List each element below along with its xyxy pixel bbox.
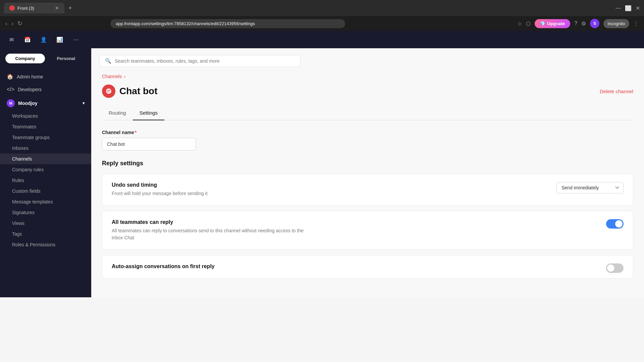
search-input-wrap: 🔍 (99, 55, 301, 67)
auto-assign-card: Auto-assign conversations on first reply (102, 255, 633, 279)
undo-send-control: Send immediately 5 seconds 10 seconds 20… (556, 182, 624, 193)
chevron-down-icon: ▾ (83, 101, 85, 106)
menu-icon[interactable]: ⋮ (633, 20, 639, 27)
moodjoy-avatar: M (7, 99, 15, 107)
sidebar-item-teammate-groups[interactable]: Teammate groups (0, 132, 91, 143)
avatar[interactable]: S (590, 19, 599, 28)
settings-icon[interactable]: ⚙ (581, 20, 586, 27)
search-bar: 🔍 (91, 48, 644, 74)
all-teammates-card: All teammates can reply All teammates ca… (102, 211, 633, 250)
page-title: Chat bot (119, 86, 158, 97)
auto-assign-title: Auto-assign conversations on first reply (112, 263, 598, 269)
code-icon: </> (7, 86, 14, 93)
app-toolbar: ✉ 📅 👤 📊 ⋯ (0, 31, 644, 48)
all-teammates-control[interactable] (606, 219, 624, 229)
upgrade-button[interactable]: 💎 Upgrade (535, 19, 571, 28)
tab-favicon (9, 5, 15, 11)
auto-assign-control[interactable] (606, 263, 624, 273)
personal-button[interactable]: Personal (46, 54, 86, 63)
upgrade-gem-icon: 💎 (540, 21, 545, 26)
sidebar-item-custom-fields[interactable]: Custom fields (0, 186, 91, 196)
search-icon: 🔍 (105, 58, 111, 64)
sidebar-item-admin-home[interactable]: 🏠 Admin home (0, 70, 91, 83)
analytics-icon[interactable]: 📊 (55, 35, 64, 44)
channel-name-input[interactable] (102, 138, 196, 150)
sidebar-item-company-rules[interactable]: Company rules (0, 164, 91, 175)
sidebar-item-message-templates[interactable]: Message templates (0, 196, 91, 207)
address-icons: ☆ ⬡ 💎 Upgrade ? ⚙ S Incognito ⋮ (517, 19, 639, 28)
close-icon[interactable]: ✕ (636, 5, 640, 11)
url-input[interactable] (110, 19, 345, 28)
tab-routing[interactable]: Routing (102, 106, 133, 120)
tab-close-button[interactable]: ✕ (55, 5, 59, 11)
sidebar-item-teammates[interactable]: Teammates (0, 121, 91, 132)
search-input[interactable] (115, 58, 295, 64)
new-tab-button[interactable]: + (68, 5, 72, 12)
channel-name-field: Channel name* (102, 130, 633, 150)
auto-assign-toggle[interactable] (606, 263, 624, 273)
breadcrumb: Channels › (102, 74, 633, 79)
breadcrumb-channels[interactable]: Channels (102, 74, 122, 79)
auto-assign-toggle-slider (606, 263, 624, 273)
sidebar-item-workspaces[interactable]: Workspaces (0, 111, 91, 121)
sidebar-label-developers: Developers (18, 87, 42, 92)
page-title-row: Chat bot (102, 84, 158, 98)
help-icon[interactable]: ? (574, 20, 577, 26)
auto-assign-info: Auto-assign conversations on first reply (112, 263, 598, 272)
forward-button[interactable]: › (11, 20, 13, 27)
sidebar-item-roles-permissions[interactable]: Roles & Permissions (0, 239, 91, 250)
reply-settings-section: Reply settings Undo send timing Front wi… (102, 160, 633, 279)
breadcrumb-separator: › (124, 74, 125, 79)
incognito-button[interactable]: Incognito (603, 19, 629, 28)
sidebar-item-rules[interactable]: Rules (0, 175, 91, 186)
reload-button[interactable]: ↻ (17, 20, 22, 27)
sidebar: Company Personal 🏠 Admin home </> Develo… (0, 48, 91, 297)
sidebar-label-moodjoy: Moodjoy (18, 101, 38, 106)
sidebar-item-views[interactable]: Views (0, 218, 91, 229)
all-teammates-toggle[interactable] (606, 219, 624, 229)
main-content: 🔍 Channels › (91, 48, 644, 297)
undo-send-title: Undo send timing (112, 182, 548, 188)
more-icon[interactable]: ⋯ (71, 35, 80, 44)
home-icon: 🏠 (7, 73, 13, 80)
all-teammates-info: All teammates can reply All teammates ca… (112, 219, 598, 241)
toggle-slider (606, 219, 624, 229)
tab-bar: Routing Settings (102, 106, 633, 120)
tab-title: Front (3) (17, 6, 34, 11)
page-header: Chat bot Delete channel (102, 84, 633, 98)
undo-send-info: Undo send timing Front will hold your me… (112, 182, 548, 197)
upgrade-label: Upgrade (547, 21, 565, 26)
page-content: Channels › Chat bot Delete c (91, 74, 644, 297)
undo-send-card: Undo send timing Front will hold your me… (102, 174, 633, 205)
back-button[interactable]: ‹ (5, 20, 7, 27)
channel-icon (102, 84, 115, 98)
svg-point-0 (106, 88, 111, 94)
browser-tab[interactable]: Front (3) ✕ (4, 3, 64, 13)
undo-send-dropdown[interactable]: Send immediately 5 seconds 10 seconds 20… (556, 182, 624, 193)
company-personal-toggle: Company Personal (5, 54, 86, 63)
calendar-icon[interactable]: 📅 (23, 35, 32, 44)
tab-settings[interactable]: Settings (133, 106, 164, 120)
reply-settings-title: Reply settings (102, 160, 633, 167)
required-star: * (135, 130, 137, 135)
sidebar-item-developers[interactable]: </> Developers (0, 83, 91, 96)
sidebar-item-signatures[interactable]: Signatures (0, 207, 91, 218)
delete-channel-button[interactable]: Delete channel (600, 88, 633, 94)
inbox-icon[interactable]: ✉ (7, 35, 16, 44)
bookmark-icon[interactable]: ☆ (517, 20, 522, 27)
undo-send-desc: Front will hold your message before send… (112, 190, 306, 197)
channel-name-label: Channel name* (102, 130, 633, 135)
sidebar-item-channels[interactable]: Channels (0, 154, 91, 164)
window-controls: — ⬜ ✕ (615, 5, 640, 11)
sidebar-item-inboxes[interactable]: Inboxes (0, 143, 91, 154)
company-button[interactable]: Company (5, 54, 45, 63)
minimize-icon[interactable]: — (615, 5, 621, 11)
sidebar-label-admin-home: Admin home (17, 74, 43, 79)
address-bar: ‹ › ↻ ☆ ⬡ 💎 Upgrade ? ⚙ S Incognito ⋮ (0, 16, 644, 31)
all-teammates-desc: All teammates can reply to conversations… (112, 227, 306, 241)
sidebar-moodjoy-header[interactable]: M Moodjoy ▾ (0, 96, 91, 111)
sidebar-item-tags[interactable]: Tags (0, 229, 91, 239)
extension-icon[interactable]: ⬡ (526, 20, 531, 27)
maximize-icon[interactable]: ⬜ (625, 5, 632, 11)
contacts-icon[interactable]: 👤 (39, 35, 48, 44)
